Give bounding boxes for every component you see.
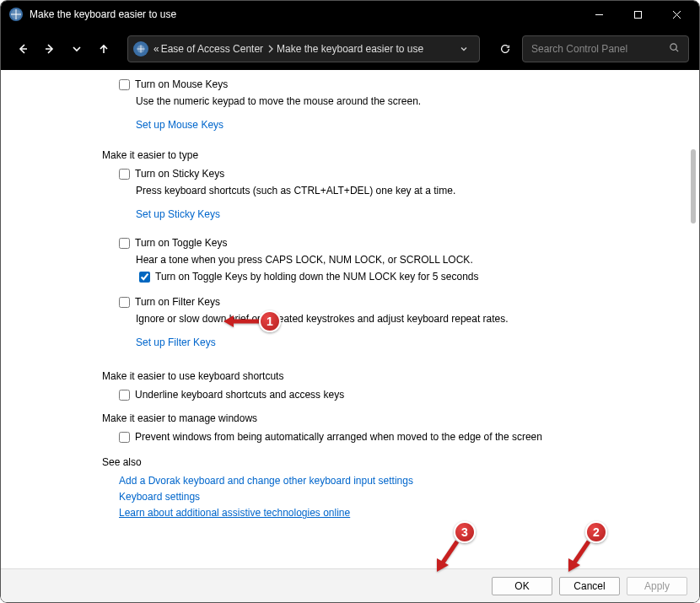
filterkeys-setup-link[interactable]: Set up Filter Keys (136, 336, 216, 348)
close-button[interactable] (657, 1, 696, 28)
search-box[interactable] (522, 35, 689, 62)
filterkeys-checkbox[interactable] (119, 297, 130, 308)
mousekeys-desc: Use the numeric keypad to move the mouse… (136, 95, 682, 107)
location-icon (133, 41, 148, 57)
breadcrumb-item-current[interactable]: Make the keyboard easier to use (277, 43, 423, 55)
togglekeys-checkbox[interactable] (119, 238, 130, 249)
seealso-link-assistive-tech[interactable]: Learn about additional assistive technol… (119, 507, 682, 519)
stickykeys-setup-link[interactable]: Set up Sticky Keys (136, 208, 220, 220)
stickykeys-checkbox[interactable] (119, 169, 130, 180)
breadcrumb[interactable]: « Ease of Access Center Make the keyboar… (127, 35, 480, 62)
back-button[interactable] (11, 37, 35, 61)
togglekeys-label: Turn on Toggle Keys (135, 237, 227, 249)
mousekeys-checkbox[interactable] (119, 79, 130, 90)
content-pane: Turn on Mouse Keys Use the numeric keypa… (1, 70, 699, 568)
annotation-arrow-2 (562, 538, 595, 577)
annotation-marker-2: 2 (585, 521, 607, 543)
annotation-marker-1: 1 (259, 310, 281, 332)
annotation-arrow-1 (222, 314, 262, 329)
chevron-right-icon (267, 45, 275, 53)
app-icon (9, 8, 23, 21)
up-button[interactable] (92, 37, 116, 61)
svg-rect-1 (634, 11, 641, 18)
seealso-link-dvorak[interactable]: Add a Dvorak keyboard and change other k… (119, 475, 682, 487)
recent-dropdown-button[interactable] (65, 37, 89, 61)
navbar: « Ease of Access Center Make the keyboar… (1, 28, 699, 70)
ok-button[interactable]: OK (492, 577, 552, 595)
prevent-arrange-checkbox[interactable] (119, 432, 130, 443)
mousekeys-setup-link[interactable]: Set up Mouse Keys (136, 119, 223, 131)
underline-shortcuts-checkbox[interactable] (119, 390, 130, 401)
titlebar: Make the keyboard easier to use (1, 1, 699, 28)
minimize-button[interactable] (579, 1, 618, 28)
annotation-arrow-3 (430, 538, 464, 577)
shortcuts-section-heading: Make it easier to use keyboard shortcuts (102, 370, 682, 382)
filterkeys-desc: Ignore or slow down brief or repeated ke… (136, 313, 682, 325)
apply-button[interactable]: Apply (627, 577, 687, 595)
breadcrumb-dropdown-button[interactable] (454, 45, 474, 53)
window-title: Make the keyboard easier to use (30, 8, 176, 20)
breadcrumb-item-root[interactable]: Ease of Access Center (161, 43, 263, 55)
seealso-link-keyboard-settings[interactable]: Keyboard settings (119, 491, 682, 503)
filterkeys-label: Turn on Filter Keys (135, 296, 220, 308)
maximize-button[interactable] (618, 1, 657, 28)
svg-point-3 (670, 44, 676, 50)
type-section-heading: Make it easier to type (102, 149, 682, 161)
refresh-button[interactable] (492, 35, 519, 62)
stickykeys-label: Turn on Sticky Keys (135, 168, 224, 180)
togglekeys-numlock-checkbox[interactable] (139, 272, 150, 283)
scrollbar-thumb[interactable] (691, 149, 696, 223)
togglekeys-numlock-label: Turn on Toggle Keys by holding down the … (155, 271, 479, 283)
stickykeys-desc: Press keyboard shortcuts (such as CTRL+A… (136, 185, 682, 197)
mousekeys-label: Turn on Mouse Keys (135, 78, 228, 90)
windows-section-heading: Make it easier to manage windows (102, 412, 682, 424)
underline-shortcuts-label: Underline keyboard shortcuts and access … (135, 389, 344, 401)
breadcrumb-prefix: « (153, 43, 159, 55)
search-input[interactable] (531, 43, 669, 55)
cancel-button[interactable]: Cancel (559, 577, 620, 595)
seealso-heading: See also (102, 456, 682, 468)
prevent-arrange-label: Prevent windows from being automatically… (135, 431, 542, 443)
search-icon (669, 42, 680, 56)
annotation-marker-3: 3 (454, 521, 476, 543)
togglekeys-desc: Hear a tone when you press CAPS LOCK, NU… (136, 254, 682, 266)
forward-button[interactable] (38, 37, 62, 61)
